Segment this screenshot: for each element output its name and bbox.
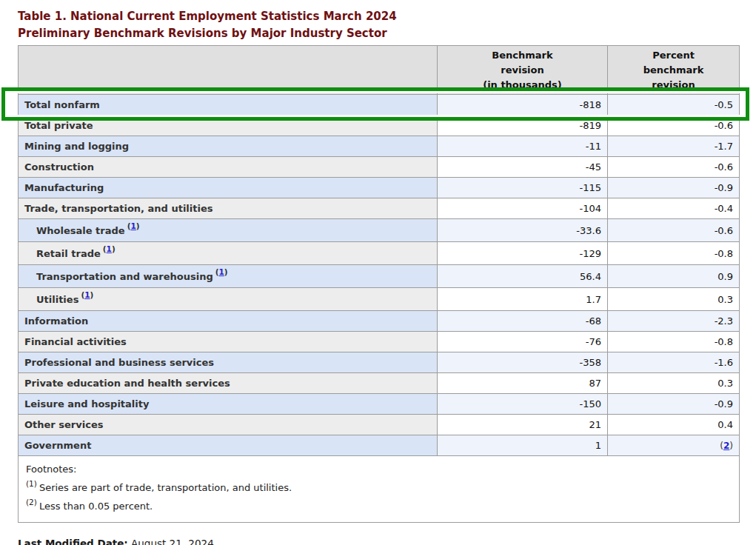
footnote-item: (1)Series are part of trade, transportat… [26,477,732,495]
percent-revision-value: 0.3 [608,288,740,311]
row-label: Information [19,311,438,332]
benchmark-revision-value: -68 [438,311,608,332]
percent-revision-value: -0.9 [608,394,740,415]
page: Table 1. National Current Employment Sta… [0,0,756,545]
benchmark-revision-value: -358 [438,352,608,373]
benchmark-revision-value: -150 [438,394,608,415]
table-row: Retail trade(1)-129-0.8 [19,242,740,265]
benchmark-revision-value: -129 [438,242,608,265]
percent-revision-value: -1.7 [608,136,740,157]
table-row: Total private-819-0.6 [19,116,740,136]
row-label-text: Financial activities [24,336,127,347]
footnote-marker-link[interactable]: (1) [215,267,228,276]
row-label: Trade, transportation, and utilities [19,198,438,219]
table-row: Private education and health services870… [19,373,740,394]
row-label: Total nonfarm [19,95,438,116]
row-label-text: Wholesale trade [36,225,125,236]
percent-revision-value: 0.4 [608,415,740,435]
row-label-text: Government [24,440,91,451]
benchmark-revision-value: 21 [438,415,608,435]
footnotes-cell: Footnotes: (1)Series are part of trade, … [19,456,740,523]
row-label: Financial activities [19,332,438,352]
benchmark-revision-value: 1.7 [438,288,608,311]
row-label: Private education and health services [19,373,438,394]
footnote-item: (2)Less than 0.05 percent. [26,495,732,514]
row-label: Professional and business services [19,352,438,373]
percent-revision-value: 0.9 [608,265,740,288]
row-label: Wholesale trade(1) [19,219,438,242]
row-label-text: Construction [24,161,94,173]
table-row: Total nonfarm-818-0.5 [19,95,740,116]
footnote-item-marker: (2) [26,498,37,506]
footnotes-row: Footnotes: (1)Series are part of trade, … [19,456,740,523]
table-title-line2: Preliminary Benchmark Revisions by Major… [18,25,756,42]
row-label: Other services [19,415,438,435]
table-row: Trade, transportation, and utilities-104… [19,198,740,219]
row-label-text: Leisure and hospitality [24,398,149,409]
row-label-text: Information [24,315,88,327]
header-row: Benchmark revision (in thousands) Percen… [19,46,740,95]
table-row: Professional and business services-358-1… [19,352,740,373]
table-row: Wholesale trade(1)-33.6-0.6 [19,219,740,242]
column-header-benchmark-revision: Benchmark revision (in thousands) [438,46,608,95]
percent-revision-value: -2.3 [608,311,740,332]
benchmark-revision-value: -115 [438,178,608,198]
percent-revision-value: 0.3 [608,373,740,394]
footnote-marker-link[interactable]: (1) [103,244,116,253]
percent-revision-value: -0.8 [608,242,740,265]
benchmark-revision-value: -104 [438,198,608,219]
footnotes-heading: Footnotes: [26,462,732,477]
benchmark-revision-value: 56.4 [438,265,608,288]
row-label-text: Manufacturing [24,182,104,193]
row-label: Retail trade(1) [19,242,438,265]
table-row: Manufacturing-115-0.9 [19,178,740,198]
benchmark-revision-value: -819 [438,116,608,136]
row-label: Leisure and hospitality [19,394,438,415]
table-row: Leisure and hospitality-150-0.9 [19,394,740,415]
row-label: Mining and logging [19,136,438,157]
benchmark-revision-value: 87 [438,373,608,394]
table-title: Table 1. National Current Employment Sta… [18,8,756,42]
row-label: Construction [19,157,438,178]
percent-revision-value: -0.9 [608,178,740,198]
row-label: Utilities(1) [19,288,438,311]
benchmark-revision-value: -818 [438,95,608,116]
footnote-marker-link[interactable]: (1) [81,290,93,299]
corner-header-cell [19,46,438,95]
row-label-text: Private education and health services [24,378,230,389]
last-modified-value: August 21, 2024 [131,538,214,545]
last-modified: Last Modified Date: August 21, 2024 [18,538,756,545]
row-label: Transportation and warehousing(1) [19,265,438,288]
benchmark-revision-value: -76 [438,332,608,352]
percent-revision-value: -0.6 [608,219,740,242]
table-row: Mining and logging-11-1.7 [19,136,740,157]
percent-revision-value: -0.4 [608,198,740,219]
row-label-text: Other services [24,419,103,430]
footnote-item-marker: (1) [26,479,37,488]
footnote-marker-link[interactable]: (2) [720,441,733,451]
percent-revision-value: (2) [608,435,740,456]
row-label-text: Trade, transportation, and utilities [24,203,213,214]
percent-revision-value: -0.8 [608,332,740,352]
percent-revision-value: -1.6 [608,352,740,373]
table-title-line1: Table 1. National Current Employment Sta… [18,8,756,25]
row-label-text: Total nonfarm [24,99,100,110]
benchmark-revision-value: -33.6 [438,219,608,242]
percent-revision-value: -0.6 [608,116,740,136]
row-label-text: Professional and business services [24,357,214,368]
table-row: Information-68-2.3 [19,311,740,332]
table-header: Benchmark revision (in thousands) Percen… [19,46,740,95]
column-header-percent-benchmark-revision: Percent benchmark revision [608,46,740,95]
table-body: Total nonfarm-818-0.5Total private-819-0… [19,95,740,456]
row-label-text: Mining and logging [24,141,129,152]
footnote-lines: (1)Series are part of trade, transportat… [26,477,732,515]
benchmark-revision-value: -11 [438,136,608,157]
table-row: Financial activities-76-0.8 [19,332,740,352]
row-label: Government [19,435,438,456]
benchmark-revision-value: 1 [438,435,608,456]
benchmark-revisions-table: Benchmark revision (in thousands) Percen… [18,45,740,523]
table-row: Transportation and warehousing(1)56.40.9 [19,265,740,288]
row-label-text: Retail trade [36,248,101,259]
footnote-marker-link[interactable]: (1) [127,221,140,230]
table-row: Utilities(1)1.70.3 [19,288,740,311]
